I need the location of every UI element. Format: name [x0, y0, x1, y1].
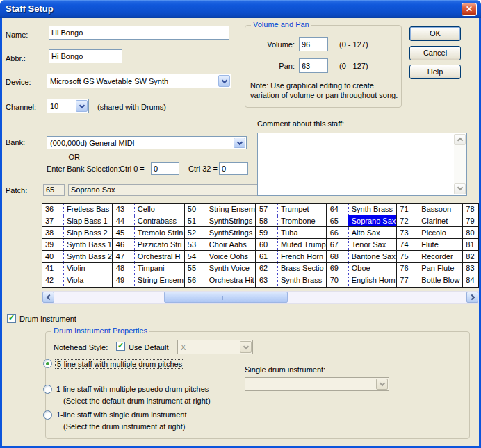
bank-combo[interactable]: (000,000d) General MIDI: [47, 136, 247, 149]
patch-number-cell[interactable]: 59: [256, 227, 277, 238]
staff-type-option-label[interactable]: 1-line staff with multiple psuedo drum p…: [55, 385, 210, 393]
patch-number-cell[interactable]: 44: [113, 215, 134, 226]
patch-name-cell[interactable]: String Ensem: [134, 274, 184, 286]
patch-name-cell[interactable]: Tremolo Strin: [134, 227, 184, 238]
patch-name-cell[interactable]: Piccolo: [418, 227, 462, 238]
patch-table[interactable]: 36Fretless Bas37Slap Bass 138Slap Bass 2…: [42, 203, 479, 288]
patch-number-cell[interactable]: 50: [185, 204, 206, 215]
patch-name-cell[interactable]: Viola: [63, 274, 112, 286]
patch-name-cell[interactable]: Contrabass: [134, 215, 184, 226]
patch-name-cell[interactable]: Timpani: [134, 263, 184, 274]
patch-name-cell[interactable]: English Horn: [348, 274, 396, 286]
patch-number-cell[interactable]: 63: [256, 274, 277, 286]
patch-number-cell[interactable]: 48: [113, 263, 134, 274]
patch-number-cell[interactable]: 80: [463, 227, 479, 238]
patch-name-cell[interactable]: Slap Bass 1: [63, 215, 112, 226]
patch-name-cell-selected[interactable]: Soprano Sax: [348, 215, 396, 226]
patch-number-cell[interactable]: 77: [397, 274, 418, 286]
patch-number-cell[interactable]: 42: [42, 274, 63, 286]
patch-number-cell[interactable]: 51: [185, 215, 206, 226]
ok-button[interactable]: OK: [409, 26, 461, 41]
patch-number-cell[interactable]: 74: [397, 239, 418, 250]
patch-number-cell[interactable]: 66: [327, 227, 348, 238]
patch-name-cell[interactable]: Slap Bass 2: [63, 227, 112, 238]
patch-number-cell[interactable]: 49: [113, 274, 134, 286]
patch-name-cell[interactable]: Synth Bass 1: [63, 239, 112, 250]
volume-input[interactable]: [299, 37, 328, 51]
channel-combo[interactable]: 10: [47, 99, 89, 113]
patch-name-cell[interactable]: French Horn: [277, 251, 326, 262]
patch-number-cell[interactable]: 75: [397, 251, 418, 262]
channel-combo-arrow-button[interactable]: [76, 100, 88, 112]
patch-number-cell[interactable]: 47: [113, 251, 134, 262]
patch-number-cell[interactable]: 53: [185, 239, 206, 250]
patch-number-cell[interactable]: 40: [42, 251, 63, 262]
patch-number-cell[interactable]: 81: [463, 239, 479, 250]
pan-input[interactable]: [299, 58, 328, 73]
patch-number-cell[interactable]: 84: [463, 274, 479, 286]
hscroll-right-button[interactable]: [466, 292, 478, 303]
patch-name-cell[interactable]: Tuba: [277, 227, 326, 238]
staff-type-option-label[interactable]: 5-line staff with multiple drum pitches: [55, 359, 184, 369]
patch-number-cell[interactable]: 52: [185, 227, 206, 238]
patch-number-cell[interactable]: 56: [185, 274, 206, 286]
help-button[interactable]: Help: [409, 65, 461, 79]
patch-name-cell[interactable]: Synth Voice: [206, 263, 255, 274]
patch-name-cell[interactable]: Bassoon: [418, 204, 462, 215]
patch-number-cell[interactable]: 46: [113, 239, 134, 250]
patch-number-cell[interactable]: 62: [256, 263, 277, 274]
patch-number-cell[interactable]: 41: [42, 263, 63, 274]
ctrl0-input[interactable]: [151, 162, 179, 175]
patch-number-cell[interactable]: 73: [397, 227, 418, 238]
patch-name-cell[interactable]: Bottle Blow: [418, 274, 462, 286]
patch-number-cell[interactable]: 45: [113, 227, 134, 238]
patch-name-cell[interactable]: Recorder: [418, 251, 462, 262]
close-button[interactable]: ✕: [462, 3, 477, 16]
patch-name-cell[interactable]: Violin: [63, 263, 112, 274]
patch-name-cell[interactable]: SynthStrings: [206, 227, 255, 238]
patch-number-cell[interactable]: 71: [397, 204, 418, 215]
patch-number-cell[interactable]: 43: [113, 204, 134, 215]
patch-number-cell[interactable]: 83: [463, 263, 479, 274]
comment-scroll-down-button[interactable]: [454, 183, 466, 194]
patch-number-cell[interactable]: 70: [327, 274, 348, 286]
patch-number-cell[interactable]: 60: [256, 239, 277, 250]
patch-name-cell[interactable]: Pan Flute: [418, 263, 462, 274]
patch-name-cell[interactable]: Orchestra Hit: [206, 274, 255, 286]
patch-name-cell[interactable]: Synth Bass 2: [63, 251, 112, 262]
patch-name-cell[interactable]: Baritone Sax: [348, 251, 396, 262]
patch-name-cell[interactable]: Alto Sax: [348, 227, 396, 238]
patch-number-cell[interactable]: 69: [327, 263, 348, 274]
hscroll-left-button[interactable]: [42, 292, 54, 303]
patch-number-cell[interactable]: 79: [463, 215, 479, 226]
drum-instrument-checkbox[interactable]: ✓: [7, 314, 16, 323]
patch-number-cell[interactable]: 61: [256, 251, 277, 262]
patch-number-cell[interactable]: 65: [327, 215, 348, 226]
patch-number-cell[interactable]: 39: [42, 239, 63, 250]
patch-name-cell[interactable]: Pizzicato Stri: [134, 239, 184, 250]
patch-table-hscrollbar[interactable]: [42, 291, 479, 304]
patch-name-cell[interactable]: String Ensem: [206, 204, 255, 215]
device-combo-arrow-button[interactable]: [218, 75, 230, 87]
patch-name-cell[interactable]: SynthStrings: [206, 215, 255, 226]
patch-name-cell[interactable]: Voice Oohs: [206, 251, 255, 262]
patch-name-cell[interactable]: Fretless Bas: [63, 204, 112, 215]
patch-name-cell[interactable]: Brass Sectio: [277, 263, 326, 274]
patch-number-cell[interactable]: 58: [256, 215, 277, 226]
patch-name-cell[interactable]: Choir Aahs: [206, 239, 255, 250]
patch-number-cell[interactable]: 36: [42, 204, 63, 215]
patch-number-cell[interactable]: 78: [463, 204, 479, 215]
patch-name-cell[interactable]: Tenor Sax: [348, 239, 396, 250]
ctrl32-input[interactable]: [219, 162, 248, 175]
hscroll-thumb[interactable]: [164, 292, 288, 303]
patch-number-cell[interactable]: 64: [327, 204, 348, 215]
comment-scroll-up-button[interactable]: [454, 134, 466, 145]
patch-name-cell[interactable]: Oboe: [348, 263, 396, 274]
comment-scrollbar[interactable]: [454, 134, 466, 194]
patch-number-cell[interactable]: 82: [463, 251, 479, 262]
patch-name-cell[interactable]: Synth Brass: [277, 274, 326, 286]
patch-number-cell[interactable]: 76: [397, 263, 418, 274]
comment-textarea[interactable]: [257, 133, 467, 196]
patch-number-cell[interactable]: 54: [185, 251, 206, 262]
patch-number-cell[interactable]: 57: [256, 204, 277, 215]
